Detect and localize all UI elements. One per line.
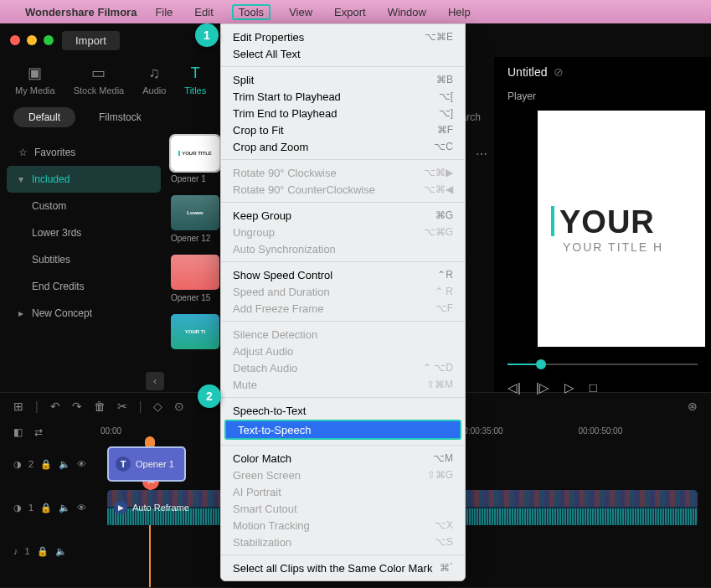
clip-label: Auto Reframe (132, 503, 189, 513)
lock-icon[interactable]: 🔒 (37, 546, 49, 557)
menu-item-speed-and-duration: Speed and Duration⌃ R (221, 283, 465, 300)
page-prev-button[interactable]: ‹ (146, 372, 164, 390)
menu-item-show-speed-control[interactable]: Show Speed Control⌃R (221, 266, 465, 283)
menu-item-green-screen: Green Screen⇧⌘G (221, 467, 465, 483)
preview-subtitle: YOUR TITLE H (551, 240, 705, 254)
menu-item-trim-end-to-playhead[interactable]: Trim End to Playhead⌥] (221, 105, 465, 121)
transport-controls: ◁| |▷ ▷ □ (494, 372, 711, 404)
play-icon[interactable]: ▷ (564, 380, 574, 395)
sidebar-item-new-concept[interactable]: ▸New Concept (7, 300, 161, 327)
menu-item-ai-portrait: AI Portrait (221, 483, 465, 500)
undo-icon[interactable]: ↶ (50, 400, 60, 413)
timeline-icon[interactable]: ◧ (13, 426, 23, 438)
traffic-lights (10, 35, 54, 45)
thumb-label: Opener 12 (171, 234, 219, 243)
minimize-icon[interactable] (27, 35, 37, 45)
redo-icon[interactable]: ↷ (72, 400, 82, 413)
pill-default[interactable]: Default (13, 107, 75, 127)
tab-label: Audio (142, 85, 166, 95)
menu-item-select-all-text[interactable]: Select All Text (221, 45, 465, 62)
menu-item-detach-audio: Detach Audio⌃ ⌥D (221, 359, 465, 376)
preview-canvas: YOUR YOUR TITLE H (538, 111, 705, 347)
thumb-opener-12[interactable]: Lovem (171, 195, 219, 230)
menu-item-color-match[interactable]: Color Match⌥M (221, 450, 465, 467)
close-icon[interactable] (10, 35, 20, 45)
sidebar-included[interactable]: ▾Included (7, 166, 161, 193)
menu-export[interactable]: Export (331, 4, 369, 20)
menu-view[interactable]: View (286, 4, 316, 20)
menu-window[interactable]: Window (384, 4, 430, 20)
zoom-icon[interactable] (44, 35, 54, 45)
thumb-opener-more[interactable]: YOUR TI (171, 314, 219, 349)
title-thumbnails: YOUR TITLE Opener 1 Lovem Opener 12 Open… (167, 132, 223, 400)
chevron-down-icon: ▾ (18, 173, 25, 185)
cut-icon[interactable]: ✂ (117, 400, 127, 413)
marker-icon[interactable]: ◇ (153, 400, 162, 413)
prev-frame-icon[interactable]: ◁| (507, 380, 521, 395)
menu-help[interactable]: Help (445, 4, 474, 20)
menu-item-speech-to-text[interactable]: Speech-to-Text (221, 402, 465, 419)
tab-label: Titles (184, 85, 206, 95)
menu-item-smart-cutout: Smart Cutout (221, 500, 465, 517)
tab-label: Stock Media (74, 85, 125, 95)
menu-tools[interactable]: Tools (232, 4, 270, 20)
sidebar-item-lower-3rds[interactable]: Lower 3rds (7, 219, 161, 246)
stop-icon[interactable]: □ (590, 380, 597, 395)
mute-icon[interactable]: 🔈 (55, 546, 67, 557)
layout-icon[interactable]: ⊞ (13, 400, 23, 413)
pill-filmstock[interactable]: Filmstock (84, 107, 157, 127)
delete-icon[interactable]: 🗑 (94, 400, 106, 413)
sidebar-item-custom[interactable]: Custom (7, 193, 161, 219)
mute-icon[interactable]: 🔈 (59, 459, 70, 470)
app-name: Wondershare Filmora (25, 6, 137, 18)
thumb-opener-15[interactable] (171, 255, 219, 290)
title-clip[interactable]: T Opener 1 (107, 446, 186, 482)
menu-edit[interactable]: Edit (191, 4, 216, 20)
title-badge-icon: T (116, 456, 131, 472)
menu-item-crop-and-zoom[interactable]: Crop and Zoom⌥C (221, 138, 465, 155)
thumb-opener-1[interactable]: YOUR TITLE (171, 136, 219, 171)
sidebar: ☆Favorites ▾Included Custom Lower 3rds S… (0, 132, 167, 400)
player-label: Player (494, 87, 711, 106)
menu-item-ungroup: Ungroup⌥⌘G (221, 224, 465, 240)
record-icon[interactable]: ⊙ (174, 400, 184, 413)
tab-label: My Media (15, 85, 55, 95)
tab-my-media[interactable]: ▣My Media (15, 64, 55, 95)
media-icon: ▣ (26, 64, 44, 82)
playback-slider[interactable] (507, 364, 698, 365)
mute-icon[interactable]: 🔈 (59, 503, 70, 513)
audio-note-icon[interactable]: ♪ (13, 546, 18, 556)
menu-item-crop-to-fit[interactable]: Crop to Fit⌘F (221, 121, 465, 138)
sidebar-item-subtitles[interactable]: Subtitles (7, 246, 161, 273)
tab-titles[interactable]: TTitles (184, 64, 206, 95)
stock-icon: ▭ (90, 64, 108, 82)
import-button[interactable]: Import (62, 31, 120, 50)
sidebar-favorites[interactable]: ☆Favorites (7, 139, 161, 166)
lock-icon[interactable]: 🔒 (40, 503, 52, 513)
visibility-icon[interactable]: ◑ (13, 503, 22, 513)
menu-item-text-to-speech[interactable]: Text-to-Speech (226, 421, 460, 438)
menu-item-silence-detection: Silence Detection (221, 326, 465, 343)
sidebar-item-end-credits[interactable]: End Credits (7, 273, 161, 300)
more-options-icon[interactable]: ⋯ (476, 147, 487, 161)
player-pane: Untitled⊘ Player YOUR YOUR TITLE H ◁| |▷… (494, 57, 711, 392)
lock-icon[interactable]: 🔒 (40, 459, 52, 470)
thumb-label: Opener 15 (171, 293, 219, 302)
slider-knob[interactable] (536, 359, 546, 369)
link-icon[interactable]: ⇄ (34, 426, 43, 438)
menu-item-trim-start-to-playhead[interactable]: Trim Start to Playhead⌥[ (221, 88, 465, 105)
next-frame-icon[interactable]: |▷ (536, 380, 549, 395)
star-icon: ☆ (18, 147, 28, 158)
annotation-step-1: 1 (195, 23, 219, 47)
menu-item-keep-group[interactable]: Keep Group⌘G (221, 207, 465, 224)
menu-item-split[interactable]: Split⌘B (221, 71, 465, 88)
tab-stock-media[interactable]: ▭Stock Media (74, 64, 125, 95)
menu-item-motion-tracking: Motion Tracking⌥X (221, 517, 465, 534)
eye-icon[interactable]: 👁 (77, 459, 86, 469)
menu-file[interactable]: File (152, 4, 176, 20)
menu-item-select-all-clips-with-the-same-color-mark[interactable]: Select all Clips with the Same Color Mar… (221, 560, 465, 576)
tab-audio[interactable]: ♫Audio (142, 64, 166, 95)
eye-icon[interactable]: 👁 (77, 503, 86, 513)
visibility-icon[interactable]: ◑ (13, 459, 22, 470)
menu-item-edit-properties[interactable]: Edit Properties⌥⌘E (221, 28, 465, 45)
